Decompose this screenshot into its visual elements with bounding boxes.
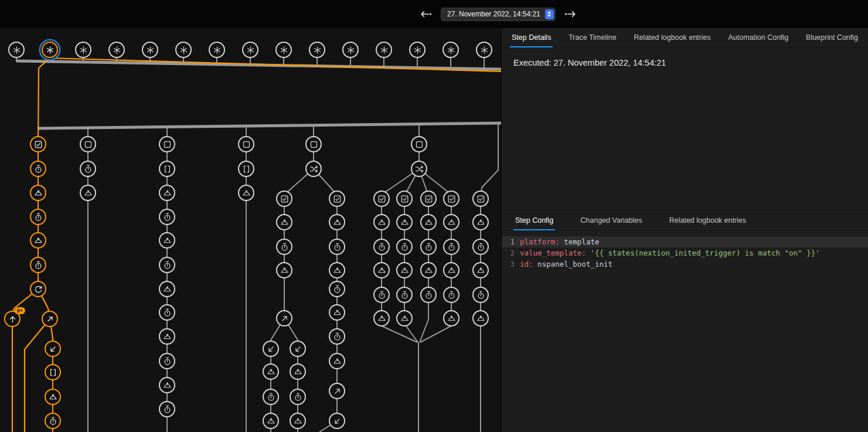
tab-related-logbook-entries[interactable]: Related logbook entries bbox=[668, 211, 748, 230]
checkbox-node[interactable] bbox=[329, 191, 345, 207]
timer-node[interactable] bbox=[263, 389, 279, 405]
timer-node[interactable] bbox=[472, 239, 489, 255]
arrow-sw-node[interactable] bbox=[290, 341, 306, 357]
square-node[interactable] bbox=[159, 136, 175, 152]
checkbox-node[interactable] bbox=[420, 191, 437, 207]
asterisk-node[interactable] bbox=[242, 42, 258, 58]
code-line[interactable]: 1platform: template bbox=[502, 236, 868, 247]
service-node[interactable] bbox=[420, 214, 437, 230]
asterisk-node[interactable] bbox=[342, 42, 359, 58]
arrow-ne-node[interactable] bbox=[42, 311, 58, 327]
service-node[interactable] bbox=[45, 389, 61, 405]
asterisk-node[interactable] bbox=[409, 42, 426, 58]
timer-node[interactable] bbox=[373, 287, 390, 303]
service-node[interactable] bbox=[238, 185, 254, 201]
service-node[interactable] bbox=[373, 214, 390, 230]
timer-node[interactable] bbox=[45, 413, 61, 429]
service-node[interactable] bbox=[396, 262, 413, 278]
timer-node[interactable] bbox=[396, 287, 413, 303]
service-node[interactable] bbox=[472, 214, 489, 230]
run-select[interactable]: 27. November 2022, 14:54:21 bbox=[441, 8, 556, 21]
timer-node[interactable] bbox=[159, 257, 175, 273]
asterisk-node[interactable] bbox=[442, 42, 459, 58]
square-node[interactable] bbox=[305, 136, 322, 152]
square-node[interactable] bbox=[238, 136, 254, 152]
service-node[interactable] bbox=[159, 377, 175, 393]
service-node[interactable] bbox=[443, 262, 459, 278]
timer-node[interactable] bbox=[290, 389, 306, 405]
tab-automation-config[interactable]: Automation Config bbox=[726, 28, 790, 47]
trace-graph[interactable]: 9+ bbox=[0, 0, 501, 432]
yaml-editor[interactable]: 1platform: template2value_template: '{{ … bbox=[502, 231, 868, 432]
service-node[interactable] bbox=[263, 413, 279, 429]
service-node[interactable] bbox=[30, 232, 46, 249]
service-node[interactable] bbox=[472, 262, 489, 278]
checkbox-node[interactable] bbox=[30, 136, 46, 152]
next-run-icon[interactable] bbox=[564, 8, 577, 21]
service-node[interactable] bbox=[420, 262, 437, 278]
timer-node[interactable] bbox=[329, 239, 345, 255]
brackets-node[interactable] bbox=[45, 364, 61, 380]
asterisk-node[interactable] bbox=[175, 42, 192, 58]
arrow-sw-node[interactable] bbox=[263, 341, 279, 357]
asterisk-node[interactable] bbox=[75, 42, 91, 58]
asterisk-node[interactable] bbox=[8, 42, 25, 58]
asterisk-node[interactable] bbox=[142, 42, 158, 58]
service-node[interactable] bbox=[472, 310, 489, 326]
arrow-up-node[interactable]: 9+ bbox=[4, 311, 21, 327]
tab-blueprint-config[interactable]: Blueprint Config bbox=[804, 28, 860, 47]
service-node[interactable] bbox=[373, 310, 390, 326]
shuffle-node[interactable] bbox=[411, 161, 427, 177]
timer-node[interactable] bbox=[159, 353, 175, 369]
tab-related-logbook-entries[interactable]: Related logbook entries bbox=[632, 28, 712, 47]
checkbox-node[interactable] bbox=[373, 191, 390, 207]
service-node[interactable] bbox=[30, 185, 46, 201]
checkbox-node[interactable] bbox=[472, 191, 489, 207]
service-node[interactable] bbox=[373, 262, 390, 278]
service-node[interactable] bbox=[329, 353, 345, 369]
timer-node[interactable] bbox=[30, 209, 46, 225]
tab-step-details[interactable]: Step Details bbox=[510, 28, 553, 47]
timer-node[interactable] bbox=[420, 287, 437, 303]
asterisk-node[interactable] bbox=[376, 42, 392, 58]
arrow-sw-node[interactable] bbox=[45, 341, 61, 357]
code-line[interactable]: 2value_template: '{{ states(nextion_init… bbox=[502, 247, 868, 258]
service-node[interactable] bbox=[290, 363, 306, 380]
timer-node[interactable] bbox=[159, 401, 175, 417]
service-node[interactable] bbox=[159, 281, 175, 297]
service-node[interactable] bbox=[443, 310, 459, 326]
timer-node[interactable] bbox=[159, 209, 175, 225]
service-node[interactable] bbox=[396, 310, 413, 326]
checkbox-node[interactable] bbox=[396, 191, 413, 207]
service-node[interactable] bbox=[159, 232, 175, 249]
timer-node[interactable] bbox=[396, 239, 413, 255]
asterisk-node[interactable] bbox=[309, 42, 325, 58]
timer-node[interactable] bbox=[472, 287, 489, 303]
service-node[interactable] bbox=[159, 185, 175, 201]
checkbox-node[interactable] bbox=[276, 191, 292, 207]
tab-step-config[interactable]: Step Config bbox=[513, 211, 555, 230]
service-node[interactable] bbox=[80, 185, 96, 201]
asterisk-node[interactable] bbox=[275, 42, 292, 58]
timer-node[interactable] bbox=[443, 287, 459, 303]
repeat-node[interactable] bbox=[30, 281, 46, 297]
service-node[interactable] bbox=[329, 214, 345, 230]
timer-node[interactable] bbox=[30, 161, 46, 177]
square-node[interactable] bbox=[411, 136, 427, 152]
tab-changed-variables[interactable]: Changed Variables bbox=[578, 211, 644, 230]
service-node[interactable] bbox=[263, 363, 279, 380]
service-node[interactable] bbox=[276, 262, 292, 278]
asterisk-node[interactable] bbox=[209, 42, 225, 58]
checkbox-node[interactable] bbox=[443, 191, 459, 207]
tab-trace-timeline[interactable]: Trace Timeline bbox=[567, 28, 618, 47]
service-node[interactable] bbox=[290, 413, 306, 429]
timer-node[interactable] bbox=[329, 328, 345, 345]
timer-node[interactable] bbox=[443, 239, 459, 255]
service-node[interactable] bbox=[329, 304, 345, 321]
timer-node[interactable] bbox=[30, 257, 46, 273]
brackets-node[interactable] bbox=[159, 161, 175, 177]
previous-run-icon[interactable] bbox=[420, 8, 433, 21]
timer-node[interactable] bbox=[373, 239, 390, 255]
service-node[interactable] bbox=[276, 214, 292, 230]
timer-node[interactable] bbox=[329, 281, 345, 297]
